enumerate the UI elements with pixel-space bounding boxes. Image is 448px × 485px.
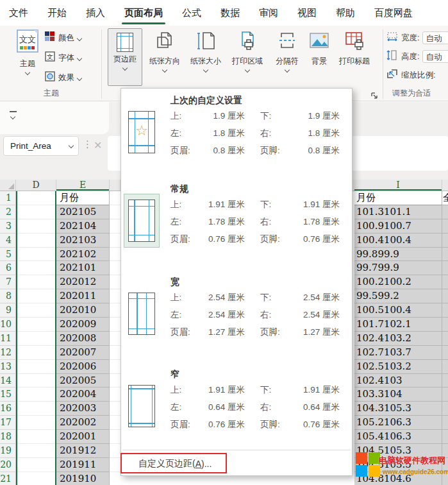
cell-d[interactable]: [16, 374, 56, 388]
select-all-corner[interactable]: [0, 180, 16, 191]
print-area-button[interactable]: 打印区域: [227, 28, 268, 72]
ribbon-tab[interactable]: 页面布局: [123, 3, 164, 23]
themes-button[interactable]: 文文 主题: [12, 28, 44, 74]
cell-e[interactable]: 202003: [56, 402, 110, 416]
ribbon-tab[interactable]: 文件: [8, 3, 29, 23]
cell-e[interactable]: 201910: [56, 472, 110, 485]
cell-gap[interactable]: [110, 219, 120, 234]
row-number[interactable]: 1: [0, 191, 16, 205]
row-number[interactable]: 5: [0, 248, 16, 262]
cell-i[interactable]: 100.4100.4: [354, 234, 442, 248]
cell-gap[interactable]: [110, 360, 120, 374]
margins-button[interactable]: 页边距: [108, 28, 142, 86]
cell-d[interactable]: [16, 318, 56, 332]
cell-gap[interactable]: [110, 458, 120, 472]
margin-preset-item[interactable]: ☆ 常规 上: 1.91 厘米 下: 1.91 厘米 左: 1.78 厘米 右:…: [121, 183, 352, 262]
row-number[interactable]: 21: [0, 472, 16, 485]
cell-e[interactable]: 202101: [56, 261, 110, 275]
cell-gap[interactable]: [110, 289, 120, 303]
cell-e[interactable]: 202001: [56, 430, 110, 444]
cell-e[interactable]: 202104: [56, 219, 110, 234]
cell-e[interactable]: 201911: [56, 458, 110, 472]
collapse-ribbon-icon[interactable]: [9, 111, 18, 119]
breaks-button[interactable]: 分隔符: [269, 28, 305, 72]
cell-d[interactable]: [16, 360, 56, 374]
cell-d[interactable]: [16, 261, 56, 275]
cell-e[interactable]: 202006: [56, 360, 110, 374]
cell-i[interactable]: 102.4103: [354, 374, 442, 388]
name-box[interactable]: Print_Area: [3, 136, 79, 156]
print-titles-button[interactable]: 打印标题: [333, 28, 376, 67]
cell-gap[interactable]: [110, 346, 120, 360]
cell-e[interactable]: 202010: [56, 303, 110, 318]
ribbon-tab[interactable]: 视图: [296, 3, 318, 23]
cell-d[interactable]: [16, 472, 56, 485]
cell-d[interactable]: [16, 219, 56, 234]
background-button[interactable]: 背景: [306, 28, 332, 67]
cell-i[interactable]: 102.7103.7: [354, 346, 442, 360]
row-number[interactable]: 13: [0, 360, 16, 374]
cell-i[interactable]: 104.3105.3: [354, 402, 442, 416]
ribbon-tab[interactable]: 审阅: [258, 3, 279, 23]
fonts-button[interactable]: 文 字体: [45, 51, 81, 65]
row-number[interactable]: 14: [0, 374, 16, 388]
row-number[interactable]: 12: [0, 346, 16, 360]
cell-d[interactable]: [16, 234, 56, 248]
cell-i[interactable]: 月份: [354, 191, 442, 205]
cell-gap[interactable]: [110, 402, 120, 416]
cell-gap[interactable]: [110, 303, 120, 318]
ribbon-tab[interactable]: 数据: [219, 3, 241, 23]
cell-d[interactable]: [16, 289, 56, 303]
cell-i[interactable]: 100.2100.2: [354, 275, 442, 289]
orientation-button[interactable]: 纸张方向: [145, 28, 185, 72]
cell-d[interactable]: [16, 303, 56, 318]
cell-gap[interactable]: [110, 444, 120, 458]
row-number[interactable]: 16: [0, 402, 16, 416]
cell-e[interactable]: 202012: [56, 275, 110, 289]
cell-e[interactable]: 202011: [56, 289, 110, 303]
row-number[interactable]: 10: [0, 318, 16, 332]
cell-gap[interactable]: [110, 318, 120, 332]
cell-d[interactable]: [16, 275, 56, 289]
row-number[interactable]: 4: [0, 234, 16, 248]
cell-d[interactable]: [16, 402, 56, 416]
cell-i[interactable]: 101.7102.1: [354, 318, 442, 332]
row-number[interactable]: 18: [0, 430, 16, 444]
cell-i[interactable]: 102.5103.2: [354, 360, 442, 374]
cell-gap[interactable]: [110, 416, 120, 430]
cell-d[interactable]: [16, 444, 56, 458]
cell-e[interactable]: 202008: [56, 332, 110, 346]
cell-e[interactable]: 202004: [56, 387, 110, 402]
colors-button[interactable]: 颜色: [45, 31, 81, 45]
custom-margins-item[interactable]: 自定义页边距(A)...: [121, 455, 352, 473]
ribbon-tab[interactable]: 百度网盘: [373, 3, 414, 23]
cell-i[interactable]: 105.2106.3: [354, 416, 442, 430]
row-number[interactable]: 19: [0, 444, 16, 458]
column-header-e[interactable]: E: [56, 180, 110, 191]
cell-i[interactable]: 103.3104: [354, 387, 442, 402]
cell-i[interactable]: 99.599.2: [354, 289, 442, 303]
cell-d[interactable]: [16, 430, 56, 444]
cell-gap[interactable]: [110, 387, 120, 402]
effects-button[interactable]: 效果: [45, 71, 81, 85]
cancel-icon[interactable]: ✕: [94, 139, 102, 151]
cell-gap[interactable]: [110, 191, 120, 205]
cell-i[interactable]: 105.4106.3: [354, 430, 442, 444]
cell-d[interactable]: [16, 248, 56, 262]
cell-gap[interactable]: [110, 234, 120, 248]
cell-e[interactable]: 202103: [56, 234, 110, 248]
ribbon-tab[interactable]: 公式: [181, 3, 203, 23]
cell-gap[interactable]: [110, 374, 120, 388]
ribbon-tab[interactable]: 帮助: [335, 3, 356, 23]
page-setup-dialog-launcher[interactable]: [370, 91, 379, 103]
row-number[interactable]: 11: [0, 332, 16, 346]
cell-i[interactable]: 99.899.9: [354, 248, 442, 262]
cell-d[interactable]: [16, 458, 56, 472]
cell-gap[interactable]: [110, 472, 120, 485]
row-number[interactable]: 20: [0, 458, 16, 472]
column-header-i[interactable]: I: [354, 180, 442, 191]
cell-gap[interactable]: [110, 275, 120, 289]
cell-i[interactable]: 101.3101.1: [354, 205, 442, 219]
row-number[interactable]: 9: [0, 303, 16, 318]
cell-gap[interactable]: [110, 332, 120, 346]
